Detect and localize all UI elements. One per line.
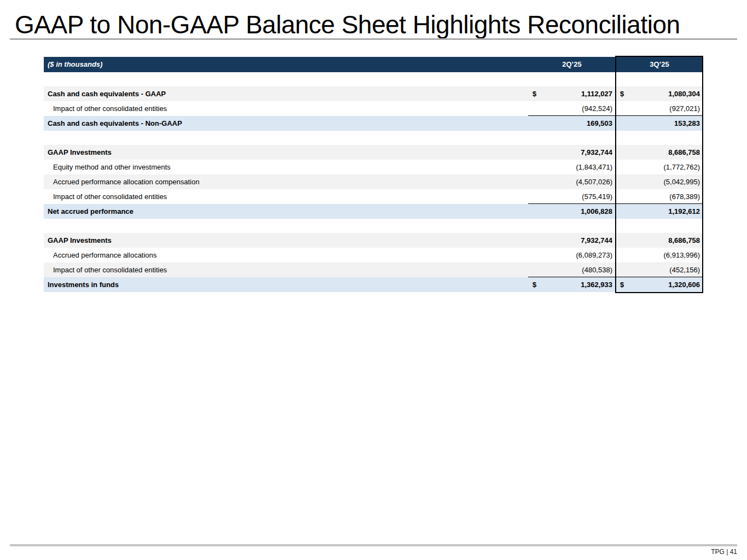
dollar-sign: $	[620, 86, 624, 101]
spacer-row	[44, 219, 703, 233]
q2-value: 7,932,744	[581, 145, 612, 160]
q3-value: (927,021)	[669, 101, 700, 115]
table-row: Impact of other consolidated entities (4…	[44, 262, 703, 277]
q3-cell: 8,686,758	[616, 145, 703, 160]
footer-divider	[10, 544, 737, 546]
q2-cell: (4,507,026)	[528, 174, 616, 189]
q3-cell: 1,192,612	[616, 204, 703, 219]
table-row: Accrued performance allocations (6,089,2…	[44, 248, 703, 262]
q2-value: (480,538)	[582, 262, 612, 277]
dollar-sign: $	[532, 277, 536, 292]
q2-cell: 1,006,828	[528, 204, 616, 219]
row-label: Accrued performance allocations	[44, 248, 528, 262]
q3-cell: (5,042,995)	[616, 174, 703, 189]
table-row: Cash and cash equivalents - GAAP $ 1,112…	[44, 86, 703, 101]
table-row: Investments in funds $ 1,362,933 $ 1,320…	[44, 277, 703, 292]
table-row: Impact of other consolidated entities (9…	[44, 101, 703, 116]
q3-cell: (678,389)	[616, 189, 703, 204]
row-label: GAAP Investments	[44, 145, 528, 160]
q2-cell: (1,843,471)	[528, 160, 616, 174]
table-row: Net accrued performance 1,006,828 1,192,…	[44, 204, 703, 219]
row-label: Impact of other consolidated entities	[44, 189, 528, 204]
title-divider	[10, 38, 737, 40]
row-label: Cash and cash equivalents - GAAP	[44, 86, 528, 101]
q2-cell: 7,932,744	[528, 145, 616, 160]
col-header-3q25: 3Q’25	[616, 57, 703, 72]
q3-cell: $ 1,080,304	[616, 86, 703, 101]
row-label: Net accrued performance	[44, 204, 528, 219]
table-row: Accrued performance allocation compensat…	[44, 174, 703, 189]
q3-value: (1,772,762)	[664, 160, 700, 174]
row-label: Impact of other consolidated entities	[44, 101, 528, 116]
q2-cell: (575,419)	[528, 189, 616, 204]
q2-value: (575,419)	[582, 189, 612, 203]
q2-cell: $ 1,362,933	[528, 277, 616, 292]
unit-label: ($ in thousands)	[44, 57, 528, 72]
q2-cell: 7,932,744	[528, 233, 616, 248]
q2-cell: $ 1,112,027	[528, 86, 616, 101]
table-header-row: ($ in thousands) 2Q’25 3Q’25	[44, 57, 703, 72]
q3-value: 8,686,758	[668, 145, 700, 160]
row-label: Equity method and other investments	[44, 160, 528, 174]
slide: GAAP to Non-GAAP Balance Sheet Highlight…	[0, 0, 747, 560]
q2-value: (1,843,471)	[576, 160, 613, 174]
dollar-sign: $	[532, 86, 536, 101]
q2-value: (942,524)	[582, 101, 612, 115]
q3-cell: (6,913,996)	[616, 248, 703, 262]
row-label: Investments in funds	[44, 277, 528, 292]
page-title: GAAP to Non-GAAP Balance Sheet Highlight…	[15, 10, 680, 39]
q2-cell: (480,538)	[528, 262, 616, 277]
row-label: Accrued performance allocation compensat…	[44, 174, 528, 189]
q2-cell: (6,089,273)	[528, 248, 616, 262]
table-row: Equity method and other investments (1,8…	[44, 160, 703, 174]
q3-cell: $ 1,320,606	[616, 277, 703, 292]
row-label: Impact of other consolidated entities	[44, 262, 528, 277]
q3-cell: (1,772,762)	[616, 160, 703, 174]
q3-cell: 153,283	[616, 116, 703, 131]
q3-value: 1,080,304	[668, 86, 700, 101]
spacer-row	[44, 72, 703, 86]
q2-cell: (942,524)	[528, 101, 616, 116]
q2-value: 7,932,744	[581, 233, 612, 248]
row-label: GAAP Investments	[44, 233, 528, 248]
q3-cell: (452,156)	[616, 262, 703, 277]
q3-value: 8,686,758	[668, 233, 700, 248]
q3-value: 153,283	[674, 116, 700, 131]
q3-value: 1,320,606	[668, 277, 700, 292]
q3-value: 1,192,612	[668, 204, 700, 219]
q3-cell: (927,021)	[616, 101, 703, 116]
col-header-2q25: 2Q’25	[528, 57, 616, 72]
q3-cell: 8,686,758	[616, 233, 703, 248]
table-row: Impact of other consolidated entities (5…	[44, 189, 703, 204]
q2-value: 169,503	[587, 116, 612, 131]
q3-value: (678,389)	[669, 189, 700, 203]
row-label: Cash and cash equivalents - Non-GAAP	[44, 116, 528, 131]
q2-value: (6,089,273)	[576, 248, 613, 262]
q2-cell: 169,503	[528, 116, 616, 131]
q3-value: (452,156)	[669, 262, 700, 277]
q3-value: (6,913,996)	[664, 248, 700, 262]
page-number: TPG | 41	[711, 548, 737, 556]
dollar-sign: $	[620, 277, 624, 292]
q3-value: (5,042,995)	[664, 174, 700, 189]
spacer-row	[44, 131, 703, 145]
q2-value: (4,507,026)	[576, 174, 613, 189]
q2-value: 1,112,027	[581, 86, 612, 101]
table-row: GAAP Investments 7,932,744 8,686,758	[44, 145, 703, 160]
table-row: Cash and cash equivalents - Non-GAAP 169…	[44, 116, 703, 131]
q2-value: 1,362,933	[581, 277, 612, 292]
q2-value: 1,006,828	[581, 204, 612, 219]
reconciliation-table: ($ in thousands) 2Q’25 3Q’25 Cash and ca…	[44, 57, 703, 292]
table-row: GAAP Investments 7,932,744 8,686,758	[44, 233, 703, 248]
